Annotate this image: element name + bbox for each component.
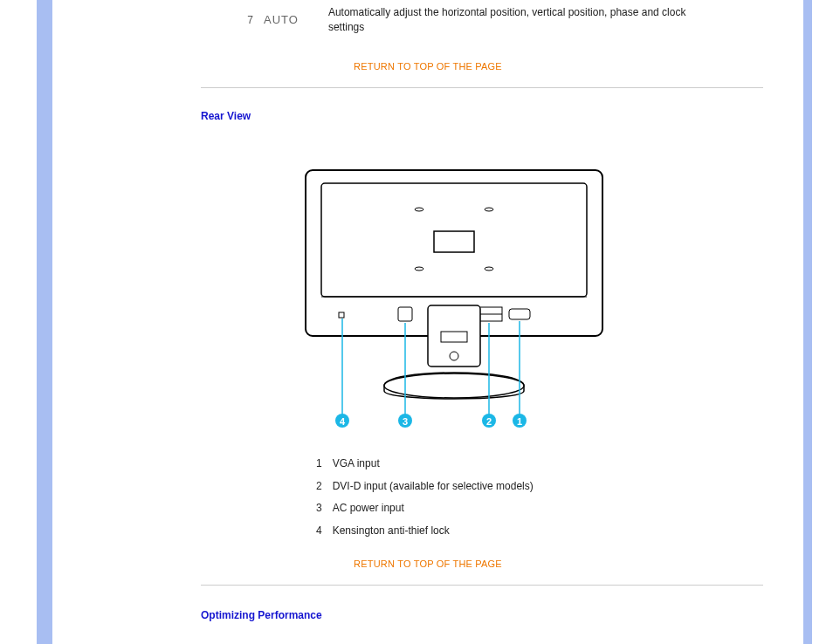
legend-text: AC power input	[333, 498, 542, 519]
decor-bar-left	[37, 0, 52, 644]
return-to-top-link[interactable]: RETURN TO TOP OF THE PAGE	[52, 61, 803, 72]
auto-label: AUTO	[264, 13, 299, 26]
legend-text: Kensington anti-thief lock	[333, 521, 542, 542]
section-heading-optimizing[interactable]: Optimizing Performance	[201, 609, 322, 621]
legend-row: 2 DVI-D input (available for selective m…	[316, 476, 542, 497]
rear-view-legend: 1 VGA input 2 DVI-D input (available for…	[314, 452, 544, 543]
divider	[201, 87, 763, 88]
legend-row: 3 AC power input	[316, 498, 542, 519]
divider	[201, 585, 763, 586]
callout-4: 4	[340, 416, 346, 427]
legend-num: 3	[316, 498, 331, 519]
page-content: 7 AUTO Automatically adjust the horizont…	[52, 0, 803, 644]
feature-description: Automatically adjust the horizontal posi…	[328, 5, 704, 35]
svg-rect-13	[428, 305, 480, 367]
legend-num: 1	[316, 454, 331, 475]
feature-number: 7	[236, 14, 253, 26]
legend-num: 4	[316, 521, 331, 542]
rear-view-diagram: 4 3 2 1	[297, 166, 611, 428]
callout-2: 2	[486, 416, 492, 427]
feature-row-7: 7 AUTO Automatically adjust the horizont…	[236, 5, 704, 35]
legend-text: VGA input	[333, 454, 542, 475]
section-heading-rear-view[interactable]: Rear View	[201, 110, 251, 122]
legend-row: 1 VGA input	[316, 454, 542, 475]
return-to-top-link[interactable]: RETURN TO TOP OF THE PAGE	[52, 558, 803, 569]
decor-bar-right	[803, 0, 812, 644]
callout-3: 3	[403, 416, 408, 427]
page-frame: 7 AUTO Automatically adjust the horizont…	[0, 0, 833, 644]
legend-row: 4 Kensington anti-thief lock	[316, 521, 542, 542]
legend-text: DVI-D input (available for selective mod…	[333, 476, 542, 497]
legend-num: 2	[316, 476, 331, 497]
callout-1: 1	[517, 416, 522, 427]
svg-rect-6	[434, 231, 474, 252]
